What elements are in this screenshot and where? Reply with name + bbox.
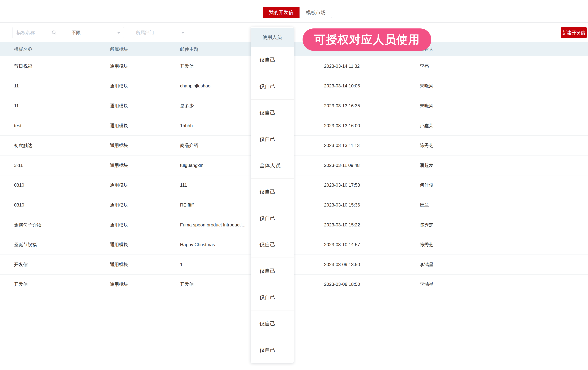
table-row[interactable]: test通用模块1hhhh2023-03-13 16:00卢鑫荣 — [0, 116, 588, 136]
cell-creator: 朱晓风 — [420, 83, 433, 89]
table-row[interactable]: 0310通用模块RE:fffff2023-03-10 15:36唐兰 — [0, 195, 588, 215]
tab-my-letters[interactable]: 我的开发信 — [263, 7, 300, 18]
page: 我的开发信 模板市场 不限 所属部门 新建开发信 模板名称 所属模块 邮件主题 … — [0, 0, 588, 370]
cell-created: 2023-03-13 11:13 — [324, 143, 360, 148]
cell-subject: tuiguangxin — [180, 163, 203, 168]
cell-creator: 陈秀芝 — [420, 222, 433, 228]
cell-module: 通用模块 — [110, 123, 128, 129]
cell-creator: 李鸿星 — [420, 261, 433, 268]
cell-name: 0310 — [14, 202, 24, 208]
cell-module: 通用模块 — [110, 202, 128, 208]
cell-creator: 唐兰 — [420, 202, 429, 208]
cell-module: 通用模块 — [110, 182, 128, 188]
table-row[interactable]: 圣诞节祝福通用模块Happy Christmas2023-03-10 14:57… — [0, 235, 588, 255]
department-filter-placeholder: 所属部门 — [136, 30, 154, 35]
table-row[interactable]: 节日祝福通用模块开发信2023-03-14 11:32李祎 — [0, 56, 588, 76]
cell-name: 开发信 — [14, 281, 28, 287]
users-cell: 仅自己 — [251, 205, 294, 231]
cell-subject: chanpinjieshao — [180, 83, 210, 89]
cell-created: 2023-03-14 11:32 — [324, 63, 360, 69]
cell-created: 2023-03-10 15:36 — [324, 202, 360, 208]
cell-created: 2023-03-08 18:50 — [324, 282, 360, 287]
cell-module: 通用模块 — [110, 242, 128, 248]
cell-name: 11 — [14, 103, 19, 109]
table-row[interactable]: 0310通用模块1112023-03-10 17:58何佳俊 — [0, 175, 588, 195]
chevron-down-icon — [181, 32, 184, 34]
cell-name: 圣诞节祝福 — [14, 242, 37, 248]
cell-subject: 开发信 — [180, 281, 194, 287]
new-letter-button[interactable]: 新建开发信 — [561, 27, 587, 38]
cell-name: 金属勺子介绍 — [14, 222, 42, 228]
search-icon — [52, 30, 57, 35]
header-template-name: 模板名称 — [14, 42, 32, 56]
cell-subject: 商品介绍 — [180, 142, 198, 149]
module-filter-value: 不限 — [72, 30, 81, 35]
template-name-search[interactable] — [12, 27, 59, 38]
cell-module: 通用模块 — [110, 142, 128, 149]
cell-created: 2023-03-10 15:22 — [324, 222, 360, 228]
header-module: 所属模块 — [110, 42, 128, 56]
users-cell: 仅自己 — [251, 99, 294, 126]
header-subject: 邮件主题 — [180, 42, 198, 56]
table-row[interactable]: 11通用模块chanpinjieshao2023-03-14 10:05朱晓风 — [0, 76, 588, 96]
cell-created: 2023-03-09 13:50 — [324, 262, 360, 267]
users-cell: 仅自己 — [251, 337, 294, 363]
table-row[interactable]: 金属勺子介绍通用模块Fuma spoon product introducti.… — [0, 215, 588, 235]
cell-created: 2023-03-11 09:48 — [324, 163, 360, 168]
cell-created: 2023-03-14 10:05 — [324, 83, 360, 89]
table-row[interactable]: 开发信通用模块开发信2023-03-08 18:50李鸿星 — [0, 275, 588, 295]
cell-module: 通用模块 — [110, 103, 128, 109]
users-cell: 仅自己 — [251, 231, 294, 258]
chevron-down-icon — [117, 32, 120, 34]
cell-subject: 1hhhh — [180, 123, 193, 128]
cell-creator: 陈秀芝 — [420, 142, 433, 149]
table-row[interactable]: 11通用模块是多少2023-03-13 16:35朱晓风 — [0, 96, 588, 116]
users-cell: 仅自己 — [251, 47, 294, 73]
cell-name: 3-11 — [14, 163, 23, 168]
cell-module: 通用模块 — [110, 222, 128, 228]
users-cell: 仅自己 — [251, 284, 294, 310]
cell-creator: 何佳俊 — [420, 182, 433, 188]
cell-subject: RE:fffff — [180, 202, 194, 208]
department-filter-select[interactable]: 所属部门 — [132, 27, 188, 38]
users-cell: 全体人员 — [251, 152, 294, 179]
cell-subject: Happy Christmas — [180, 242, 215, 247]
table-body: 节日祝福通用模块开发信2023-03-14 11:32李祎11通用模块chanp… — [0, 56, 588, 294]
users-column-cells: 仅自己仅自己仅自己仅自己全体人员仅自己仅自己仅自己仅自己仅自己仅自己仅自己 — [251, 47, 294, 363]
users-cell: 仅自己 — [251, 310, 294, 337]
cell-name: 0310 — [14, 182, 24, 188]
cell-name: 初次触达 — [14, 142, 32, 149]
cell-name: 开发信 — [14, 261, 28, 268]
cell-module: 通用模块 — [110, 281, 128, 287]
table-row[interactable]: 开发信通用模块12023-03-09 13:50李鸿星 — [0, 255, 588, 275]
cell-subject: 111 — [180, 182, 187, 188]
cell-name: test — [14, 123, 21, 128]
cell-name: 节日祝福 — [14, 63, 32, 69]
table-header: 模板名称 所属模块 邮件主题 创建时间 创建人 — [0, 42, 588, 56]
users-cell: 仅自己 — [251, 126, 294, 152]
top-bar: 我的开发信 模板市场 — [0, 0, 588, 23]
module-filter-select[interactable]: 不限 — [68, 27, 124, 38]
cell-created: 2023-03-13 16:00 — [324, 123, 360, 128]
cell-creator: 李鸿星 — [420, 281, 433, 287]
cell-subject: 1 — [180, 262, 182, 267]
cell-creator: 朱晓风 — [420, 103, 433, 109]
table-row[interactable]: 3-11通用模块tuiguangxin2023-03-11 09:48潘超发 — [0, 156, 588, 175]
cell-module: 通用模块 — [110, 261, 128, 268]
cell-created: 2023-03-13 16:35 — [324, 103, 360, 109]
cell-module: 通用模块 — [110, 63, 128, 69]
cell-creator: 李祎 — [420, 63, 429, 69]
users-cell: 仅自己 — [251, 73, 294, 99]
cell-name: 11 — [14, 83, 19, 89]
cell-subject: 开发信 — [180, 63, 194, 69]
cell-creator: 陈秀芝 — [420, 242, 433, 248]
cell-creator: 潘超发 — [420, 162, 433, 168]
users-cell: 仅自己 — [251, 258, 294, 284]
cell-subject: Fuma spoon product introducti... — [180, 222, 245, 228]
cell-module: 通用模块 — [110, 162, 128, 168]
cell-subject: 是多少 — [180, 103, 194, 109]
tab-template-market[interactable]: 模板市场 — [300, 7, 332, 18]
table-row[interactable]: 初次触达通用模块商品介绍2023-03-13 11:13陈秀芝 — [0, 136, 588, 156]
cell-creator: 卢鑫荣 — [420, 123, 433, 129]
users-column-header: 使用人员 — [251, 28, 294, 47]
